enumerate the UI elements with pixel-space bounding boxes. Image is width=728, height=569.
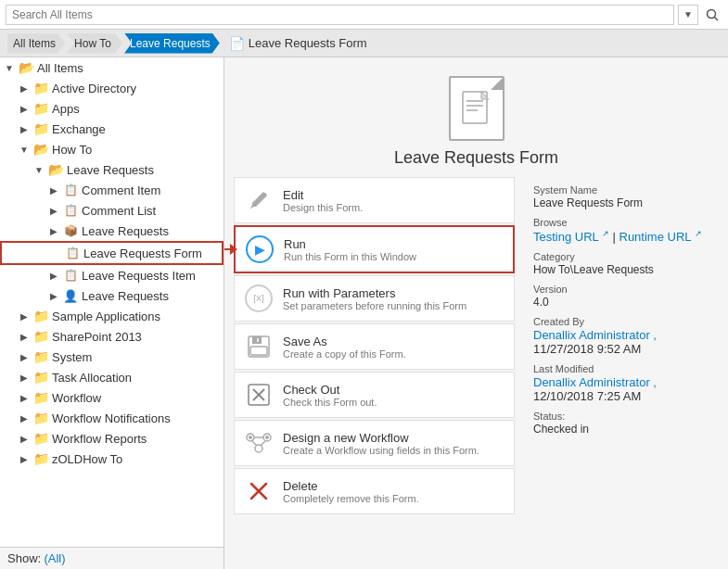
action-desc: Create a copy of this Form. bbox=[283, 348, 406, 360]
svg-line-22 bbox=[261, 441, 265, 446]
search-button[interactable] bbox=[702, 5, 722, 25]
save-as-text: Save As Create a copy of this Form. bbox=[283, 335, 406, 360]
action-design-workflow[interactable]: Design a new Workflow Create a Workflow … bbox=[234, 420, 515, 466]
sidebar-item-workflow-reports[interactable]: ▶ 📁 Workflow Reports bbox=[0, 428, 224, 449]
show-value[interactable]: (All) bbox=[44, 551, 65, 565]
sidebar-item-comment-list[interactable]: ▶ 📋 Comment List bbox=[0, 200, 224, 221]
run-params-text: Run with Parameters Set parameters befor… bbox=[283, 286, 466, 311]
breadcrumb-form-icon: 📄 bbox=[229, 36, 245, 51]
actions-panel: Edit Design this Form. ▶ Run Run this Fo… bbox=[234, 177, 515, 560]
action-run-params[interactable]: [X] Run with Parameters Set parameters b… bbox=[234, 275, 515, 322]
action-desc: Set parameters before running this Form bbox=[283, 300, 466, 311]
doc-icon: 📋 bbox=[65, 246, 80, 260]
status-value: Checked in bbox=[533, 423, 719, 436]
last-modified-link[interactable]: Denallix Administrator , bbox=[533, 375, 657, 389]
action-title: Save As bbox=[283, 335, 406, 348]
form-header: Leave Requests Form bbox=[224, 57, 728, 177]
browse-label: Browse bbox=[533, 217, 719, 228]
folder-open-icon: 📂 bbox=[33, 142, 48, 157]
expand-icon: ▶ bbox=[19, 393, 30, 403]
created-by-link[interactable]: Denallix Administrator , bbox=[533, 328, 657, 342]
created-by-date: 11/27/2018 9:52 AM bbox=[533, 342, 641, 356]
action-run[interactable]: ▶ Run Run this Form in this Window bbox=[234, 225, 515, 273]
action-save-as[interactable]: Save As Create a copy of this Form. bbox=[234, 323, 515, 370]
action-desc: Run this Form in this Window bbox=[284, 251, 416, 262]
delete-icon bbox=[244, 476, 274, 506]
category-value: How To\Leave Requests bbox=[533, 263, 719, 276]
checkout-icon bbox=[244, 380, 274, 410]
sidebar-item-sample-apps[interactable]: ▶ 📁 Sample Applications bbox=[0, 306, 224, 326]
runtime-url-link[interactable]: Runtime URL bbox=[619, 230, 692, 244]
pencil-icon bbox=[247, 188, 271, 212]
svg-point-24 bbox=[265, 436, 269, 439]
search-dropdown-button[interactable]: ▼ bbox=[678, 5, 698, 25]
form-body: Edit Design this Form. ▶ Run Run this Fo… bbox=[224, 177, 728, 569]
sidebar-item-leave-requests-person[interactable]: ▶ 👤 Leave Requests bbox=[0, 285, 224, 306]
person-icon: 👤 bbox=[63, 288, 78, 303]
folder-icon: 📁 bbox=[33, 390, 48, 405]
folder-open-icon: 📂 bbox=[48, 162, 63, 177]
sidebar-item-workflow[interactable]: ▶ 📁 Workflow bbox=[0, 387, 224, 408]
sidebar-item-system[interactable]: ▶ 📁 System bbox=[0, 347, 224, 367]
action-title: Check Out bbox=[283, 383, 377, 397]
sidebar-item-comment-item[interactable]: ▶ 📋 Comment Item bbox=[0, 180, 224, 200]
sidebar-item-leave-requests-doc[interactable]: ▶ 📦 Leave Requests bbox=[0, 221, 224, 241]
action-title: Design a new Workflow bbox=[283, 431, 479, 445]
created-by-value: Denallix Administrator , 11/27/2018 9:52… bbox=[533, 328, 719, 356]
form-title: Leave Requests Form bbox=[394, 148, 558, 168]
action-delete[interactable]: Delete Completely remove this Form. bbox=[234, 468, 515, 514]
breadcrumb: All Items How To Leave Requests 📄 Leave … bbox=[0, 30, 728, 57]
svg-rect-12 bbox=[250, 347, 267, 355]
sidebar-item-how-to[interactable]: ▼ 📂 How To bbox=[0, 139, 224, 159]
sidebar-label: Workflow Notifications bbox=[52, 411, 171, 425]
breadcrumb-form[interactable]: 📄 Leave Requests Form bbox=[222, 34, 375, 53]
folder-icon: 📁 bbox=[33, 101, 48, 116]
sidebar-item-apps[interactable]: ▶ 📁 Apps bbox=[0, 98, 224, 119]
expand-icon: ▶ bbox=[19, 124, 30, 134]
expand-icon: ▶ bbox=[48, 271, 59, 281]
action-title: Run bbox=[284, 237, 416, 251]
sidebar-item-leave-requests-item[interactable]: ▶ 📋 Leave Requests Item bbox=[0, 265, 224, 285]
sidebar-item-zoldhow-to[interactable]: ▶ 📁 zOLDHow To bbox=[0, 449, 224, 469]
action-desc: Design this Form. bbox=[283, 202, 363, 213]
action-check-out[interactable]: Check Out Check this Form out. bbox=[234, 372, 515, 418]
search-input[interactable] bbox=[6, 5, 674, 25]
sidebar-label: Leave Requests Form bbox=[83, 247, 202, 260]
sidebar-item-active-directory[interactable]: ▶ 📁 Active Directory bbox=[0, 78, 224, 98]
sidebar-item-leave-requests-form[interactable]: 📋 Leave Requests Form bbox=[0, 241, 224, 265]
sidebar-item-workflow-notifications[interactable]: ▶ 📁 Workflow Notifications bbox=[0, 408, 224, 428]
action-title: Run with Parameters bbox=[283, 286, 466, 300]
testing-url-link[interactable]: Testing URL bbox=[533, 230, 599, 244]
action-edit[interactable]: Edit Design this Form. bbox=[234, 177, 515, 223]
edit-icon bbox=[244, 185, 274, 215]
sidebar-label: Leave Requests bbox=[67, 163, 154, 177]
sidebar-label: Apps bbox=[52, 102, 80, 116]
form-doc-icon bbox=[461, 90, 492, 132]
expand-icon: ▶ bbox=[19, 311, 30, 322]
save-as-svg bbox=[246, 334, 272, 360]
run-icon: ▶ bbox=[245, 234, 275, 264]
folder-icon: 📁 bbox=[33, 309, 48, 323]
breadcrumb-all-items[interactable]: All Items bbox=[7, 33, 65, 54]
folder-icon: 📁 bbox=[33, 329, 48, 344]
svg-line-21 bbox=[252, 441, 257, 446]
sidebar-item-leave-requests-folder[interactable]: ▼ 📂 Leave Requests bbox=[0, 159, 224, 180]
edit-text: Edit Design this Form. bbox=[283, 188, 363, 213]
breadcrumb-leave-requests[interactable]: Leave Requests bbox=[124, 33, 220, 54]
breadcrumb-how-to[interactable]: How To bbox=[67, 33, 122, 54]
sidebar-item-task-allocation[interactable]: ▶ 📁 Task Allocation bbox=[0, 367, 224, 387]
sidebar-item-exchange[interactable]: ▶ 📁 Exchange bbox=[0, 119, 224, 139]
doc-icon: 📦 bbox=[63, 223, 78, 238]
expand-icon: ▶ bbox=[19, 83, 30, 94]
arrow-indicator bbox=[224, 244, 237, 255]
sidebar-scroll[interactable]: ▼ 📂 All Items ▶ 📁 Active Directory ▶ 📁 A… bbox=[0, 57, 224, 547]
doc-icon: 📋 bbox=[63, 203, 78, 218]
sidebar-item-sharepoint[interactable]: ▶ 📁 SharePoint 2013 bbox=[0, 326, 224, 347]
sidebar-label: Leave Requests bbox=[82, 224, 169, 238]
sidebar: ▼ 📂 All Items ▶ 📁 Active Directory ▶ 📁 A… bbox=[0, 57, 224, 569]
expand-icon: ▼ bbox=[4, 63, 15, 73]
browse-links: Testing URL ↗ | Runtime URL ↗ bbox=[533, 229, 719, 244]
show-label: Show: bbox=[7, 551, 41, 565]
sidebar-item-all-items[interactable]: ▼ 📂 All Items bbox=[0, 57, 224, 78]
svg-line-1 bbox=[715, 17, 719, 20]
